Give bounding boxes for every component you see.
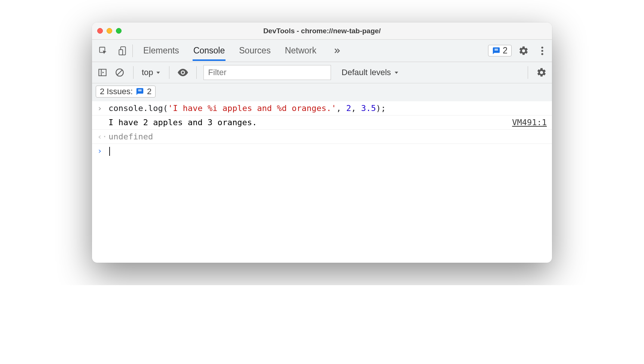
context-label: top bbox=[142, 68, 153, 77]
fullscreen-window-button[interactable] bbox=[116, 28, 122, 34]
minimize-window-button[interactable] bbox=[107, 28, 112, 34]
clear-console-icon[interactable] bbox=[113, 66, 126, 79]
return-arrow-icon: ‹· bbox=[97, 132, 108, 141]
source-link[interactable]: VM491:1 bbox=[512, 118, 547, 127]
issues-counter-top[interactable]: 2 bbox=[488, 45, 512, 56]
console-input-row: › console.log('I have %i apples and %d o… bbox=[92, 101, 552, 115]
levels-label: Default levels bbox=[341, 68, 391, 77]
console-command: console.log('I have %i apples and %d ora… bbox=[108, 104, 547, 113]
token-comma: , bbox=[336, 104, 346, 113]
console-output-row: I have 2 apples and 3 oranges. VM491:1 bbox=[92, 115, 552, 130]
traffic-lights bbox=[97, 28, 122, 34]
console-settings-gear-icon[interactable] bbox=[535, 66, 548, 79]
issues-count: 2 bbox=[147, 87, 151, 96]
inspect-element-icon[interactable] bbox=[96, 44, 110, 58]
device-toolbar-icon[interactable] bbox=[116, 44, 129, 58]
settings-gear-icon[interactable] bbox=[517, 44, 530, 58]
console-prompt-row[interactable]: › bbox=[92, 144, 552, 158]
token-number: 3.5 bbox=[361, 104, 376, 113]
token-paren: ( bbox=[163, 104, 168, 113]
divider bbox=[196, 66, 197, 79]
token-string: 'I have %i apples and %d oranges.' bbox=[168, 104, 336, 113]
log-levels-selector[interactable]: Default levels bbox=[341, 68, 399, 77]
divider bbox=[169, 66, 169, 79]
svg-point-8 bbox=[182, 71, 184, 74]
token-paren: ); bbox=[376, 104, 386, 113]
token-method: console.log bbox=[108, 104, 163, 113]
divider bbox=[132, 44, 133, 57]
token-number: 2 bbox=[346, 104, 351, 113]
svg-point-3 bbox=[541, 46, 543, 48]
close-window-button[interactable] bbox=[97, 28, 103, 34]
tab-network[interactable]: Network bbox=[284, 40, 317, 61]
issue-icon bbox=[136, 87, 144, 96]
dropdown-icon bbox=[156, 70, 161, 75]
divider bbox=[528, 66, 528, 79]
live-expression-eye-icon[interactable] bbox=[176, 66, 190, 79]
more-tabs-icon[interactable] bbox=[330, 44, 343, 58]
issue-icon bbox=[492, 47, 500, 55]
console-body: › console.log('I have %i apples and %d o… bbox=[92, 101, 552, 158]
tab-console[interactable]: Console bbox=[193, 40, 226, 61]
console-toolbar: top Default levels bbox=[92, 62, 552, 83]
main-tabbar: Elements Console Sources Network 2 bbox=[92, 40, 552, 62]
svg-point-4 bbox=[541, 50, 543, 52]
console-output-text: I have 2 apples and 3 oranges. bbox=[108, 118, 512, 127]
tab-elements[interactable]: Elements bbox=[142, 40, 180, 61]
text-cursor bbox=[109, 147, 110, 156]
kebab-menu-icon[interactable] bbox=[536, 44, 549, 58]
sidebar-toggle-icon[interactable] bbox=[96, 66, 109, 79]
issues-pill[interactable]: 2 Issues: 2 bbox=[96, 86, 156, 98]
titlebar: DevTools - chrome://new-tab-page/ bbox=[92, 22, 552, 40]
input-chevron-icon: › bbox=[97, 104, 108, 113]
svg-point-5 bbox=[541, 53, 543, 55]
console-input-field[interactable] bbox=[108, 146, 547, 156]
return-value: undefined bbox=[108, 132, 547, 141]
empty-area bbox=[92, 158, 552, 263]
dropdown-icon bbox=[394, 70, 399, 75]
issues-bar: 2 Issues: 2 bbox=[92, 83, 552, 101]
console-return-row: ‹· undefined bbox=[92, 130, 552, 144]
execution-context-selector[interactable]: top bbox=[140, 67, 162, 78]
issues-label: 2 Issues: bbox=[100, 87, 133, 96]
devtools-window: DevTools - chrome://new-tab-page/ Elemen… bbox=[92, 22, 552, 263]
svg-rect-2 bbox=[119, 49, 123, 55]
filter-input[interactable] bbox=[203, 65, 331, 80]
divider bbox=[133, 66, 134, 79]
tab-sources[interactable]: Sources bbox=[238, 40, 271, 61]
issues-count: 2 bbox=[503, 46, 507, 56]
token-comma: , bbox=[351, 104, 361, 113]
window-title: DevTools - chrome://new-tab-page/ bbox=[92, 27, 552, 35]
prompt-chevron-icon: › bbox=[97, 146, 108, 155]
